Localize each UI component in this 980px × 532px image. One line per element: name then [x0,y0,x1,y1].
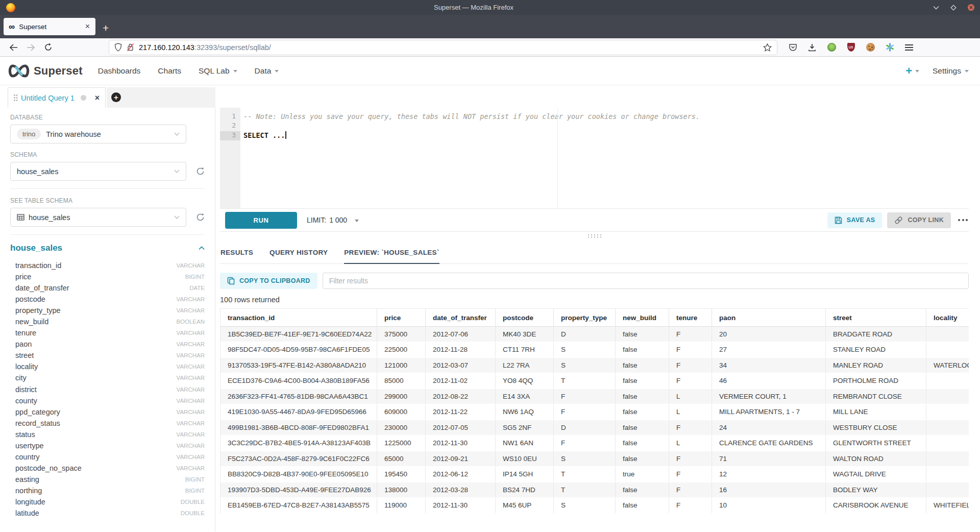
schema-column-transaction-id[interactable]: transaction_idVARCHAR [15,260,205,271]
schema-column-usertype[interactable]: usertypeVARCHAR [15,440,205,451]
tab-preview-house-sales[interactable]: PREVIEW: `HOUSE_SALES` [344,249,439,264]
add-new-button[interactable]: + [905,65,919,77]
chevron-up-icon[interactable] [199,246,205,250]
schema-column-latitude[interactable]: latitudeDOUBLE [15,507,205,519]
schema-column-northing[interactable]: northingBIGINT [15,485,205,496]
column-header-street[interactable]: street [826,308,926,327]
schema-column-property-type[interactable]: property_typeVARCHAR [15,305,205,316]
window-maximize-button[interactable] [949,4,958,12]
more-options-button[interactable] [957,216,969,224]
column-type: VARCHAR [177,375,205,381]
chevron-down-icon [233,70,237,72]
url-bar[interactable]: 217.160.120.143:32393/superset/sqllab/ [109,40,777,55]
schema-column-postcode-no-space[interactable]: postcode_no_spaceVARCHAR [15,463,205,474]
schema-column-price[interactable]: priceBIGINT [15,271,205,282]
database-select[interactable]: trino Trino warehouse [10,125,186,143]
column-header-date-of-transfer[interactable]: date_of_transfer [426,308,496,327]
copy-to-clipboard-button[interactable]: COPY TO CLIPBOARD [220,273,317,289]
tab-results[interactable]: RESULTS [220,249,253,264]
limit-dropdown[interactable]: LIMIT: 1 000 [307,216,359,224]
pocket-icon[interactable] [788,43,797,52]
schema-column-longitude[interactable]: longitudeDOUBLE [15,496,205,507]
add-query-tab-button[interactable]: + [111,92,121,102]
table-cell: T [554,482,616,498]
schema-column-county[interactable]: countyVARCHAR [15,395,205,406]
query-tab[interactable]: Untitled Query 1 × [8,87,106,108]
settings-menu[interactable]: Settings [933,66,969,76]
schema-column-locality[interactable]: localityVARCHAR [15,361,205,372]
ublock-extension-icon[interactable]: U0 [846,43,855,52]
downloads-icon[interactable] [807,43,817,52]
table-cell [926,467,969,483]
column-header-locality[interactable]: locality [926,308,969,327]
back-button[interactable] [6,41,20,54]
menu-hamburger-icon[interactable] [904,43,914,52]
schema-column-ppd-category[interactable]: ppd_categoryVARCHAR [15,406,205,418]
table-select[interactable]: house_sales [10,208,186,227]
schema-select[interactable]: house_sales [10,162,186,181]
sql-editor[interactable]: 123 -- Note: Unless you save your query,… [220,108,969,209]
column-header-price[interactable]: price [377,308,426,327]
nav-item-data[interactable]: Data [255,66,279,76]
save-as-button[interactable]: SAVE AS [827,212,883,228]
refresh-table-icon[interactable] [196,213,205,222]
clipboard-icon [227,277,235,285]
new-browser-tab-button[interactable]: + [103,22,109,33]
table-schema-title[interactable]: house_sales [10,243,62,253]
column-header-tenure[interactable]: tenure [669,308,712,327]
refresh-schema-icon[interactable] [196,167,205,176]
table-cell: L [669,405,712,421]
schema-column-postcode[interactable]: postcodeVARCHAR [15,294,205,305]
table-cell: 195450 [377,467,426,483]
reload-button[interactable] [41,41,55,54]
column-type: BIGINT [185,274,205,280]
nav-item-sql-lab[interactable]: SQL Lab [199,66,237,76]
schema-column-record-status[interactable]: record_statusVARCHAR [15,418,205,429]
forward-button[interactable] [23,41,38,54]
monkey-extension-icon[interactable] [827,43,836,52]
table-cell: true [616,467,669,483]
schema-column-new-build[interactable]: new_buildBOOLEAN [15,316,205,327]
firefox-logo-icon [6,3,15,12]
table-cell [926,374,969,390]
tracking-shield-icon[interactable] [114,43,122,52]
run-button[interactable]: RUN [225,212,297,229]
column-header-paon[interactable]: paon [712,308,826,327]
table-cell: false [616,343,669,358]
bookmark-star-icon[interactable] [763,43,772,52]
url-host: 217.160.120.143 [139,43,194,52]
table-cell: NW1 6AN [496,436,554,452]
column-header-new-build[interactable]: new_build [616,308,669,327]
insecure-lock-icon[interactable] [127,43,134,52]
schema-column-date-of-transfer[interactable]: date_of_transferDATE [15,282,205,294]
schema-column-easting[interactable]: eastingBIGINT [15,474,205,485]
database-type-badge: trino [17,129,41,139]
cookie-extension-icon[interactable] [866,43,875,52]
schema-column-district[interactable]: districtVARCHAR [15,384,205,395]
browser-tab-close-icon[interactable]: × [84,22,91,31]
query-tab-close-icon[interactable]: × [95,93,100,103]
column-header-property-type[interactable]: property_type [554,308,616,327]
table-cell: 24 [712,420,826,436]
tab-query-history[interactable]: QUERY HISTORY [270,249,328,264]
schema-column-street[interactable]: streetVARCHAR [15,350,205,361]
schema-column-status[interactable]: statusVARCHAR [15,429,205,440]
nav-item-dashboards[interactable]: Dashboards [98,66,141,76]
column-type: VARCHAR [177,386,205,393]
schema-column-paon[interactable]: paonVARCHAR [15,338,205,350]
table-cell: F [554,436,616,452]
schema-column-tenure[interactable]: tenureVARCHAR [15,327,205,338]
window-close-button[interactable] [967,4,975,12]
copy-link-button[interactable]: COPY LINK [887,212,951,228]
filter-results-input[interactable] [323,273,969,289]
column-header-transaction-id[interactable]: transaction_id [220,308,377,327]
pane-resize-handle[interactable] [587,234,602,238]
column-header-postcode[interactable]: postcode [496,308,554,327]
browser-tab[interactable]: ∞ Superset × [4,18,95,35]
schema-column-city[interactable]: cityVARCHAR [15,372,205,383]
asterisk-extension-icon[interactable] [885,43,894,52]
superset-logo[interactable]: Superset [7,63,83,79]
schema-column-country[interactable]: countryVARCHAR [15,451,205,463]
nav-item-charts[interactable]: Charts [158,66,181,76]
window-minimize-button[interactable] [932,4,940,12]
